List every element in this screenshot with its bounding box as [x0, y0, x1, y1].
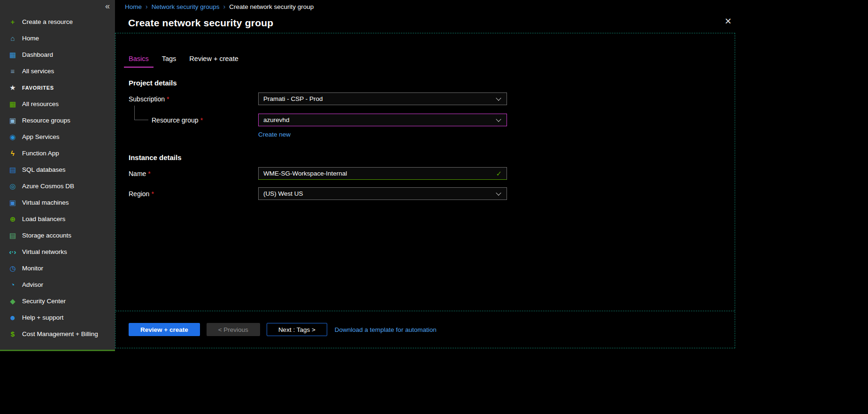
review-create-button[interactable]: Review + create: [129, 323, 200, 336]
sidebar-top-items: + Create a resource ⌂ Home ▦ Dashboard ≡…: [0, 14, 115, 79]
region-row: Region* (US) West US: [129, 187, 735, 200]
azure-cosmos-db-icon: ◎: [8, 182, 17, 191]
sidebar-item-advisor[interactable]: ◔ Advisor: [0, 276, 115, 293]
name-row: Name* WME-SG-Workspace-Internal ✓: [129, 167, 735, 180]
sidebar-item-load-balancers[interactable]: ⊕ Load balancers: [0, 211, 115, 227]
dashboard-icon: ▦: [8, 51, 17, 59]
required-marker: *: [151, 190, 154, 198]
tab-basics[interactable]: Basics: [124, 53, 154, 68]
sidebar-item-label: Cost Management + Billing: [22, 330, 98, 337]
star-icon: ★: [8, 84, 17, 92]
breadcrumb-separator-icon: ›: [146, 3, 148, 10]
sidebar-item-label: Azure Cosmos DB: [22, 183, 74, 190]
help-support-icon: ☻: [8, 314, 17, 322]
resource-group-select[interactable]: azurevhd: [258, 114, 507, 126]
sidebar-item-virtual-networks[interactable]: ‹·› Virtual networks: [0, 244, 115, 260]
subscription-label: Subscription*: [129, 95, 258, 103]
name-input[interactable]: WME-SG-Workspace-Internal ✓: [258, 167, 507, 180]
app-services-icon: ◉: [8, 133, 17, 141]
blade-header: Create network security group ×: [115, 13, 735, 33]
advisor-icon: ◔: [8, 281, 17, 289]
tab-tags[interactable]: Tags: [157, 53, 181, 68]
sidebar-item-label: All services: [22, 68, 54, 75]
sidebar-item-label: Create a resource: [22, 18, 73, 25]
page-title: Create network security group: [128, 17, 273, 29]
breadcrumb-current-page: Create network security group: [229, 3, 314, 10]
sidebar-item-monitor[interactable]: ◷ Monitor: [0, 260, 115, 276]
required-marker: *: [148, 170, 150, 177]
storage-accounts-icon: ▤: [8, 231, 17, 240]
subscription-select[interactable]: Pramati - CSP - Prod: [258, 92, 507, 105]
all-resources-icon: ▦: [8, 100, 17, 108]
chevron-down-icon: [496, 95, 501, 100]
sidebar-item-label: Load balancers: [22, 215, 65, 222]
load-balancers-icon: ⊕: [8, 215, 17, 223]
region-select[interactable]: (US) West US: [258, 187, 507, 200]
breadcrumb-network-security-groups-link[interactable]: Network security groups: [152, 3, 220, 10]
sidebar-item-all-services[interactable]: ≡ All services: [0, 63, 115, 79]
security-center-icon: ◆: [8, 297, 17, 306]
cost-management-icon: $: [8, 330, 17, 338]
name-value: WME-SG-Workspace-Internal: [263, 170, 347, 177]
required-marker: *: [167, 95, 169, 103]
azure-portal: « + Create a resource ⌂ Home ▦ Dashboard…: [0, 0, 868, 414]
sidebar-item-label: Virtual networks: [22, 248, 67, 255]
sidebar-item-cost-management-billing[interactable]: $ Cost Management + Billing: [0, 326, 115, 342]
sidebar-item-label: Home: [22, 35, 39, 42]
sidebar-item-label: App Services: [22, 133, 60, 140]
sidebar-nav: + Create a resource ⌂ Home ▦ Dashboard ≡…: [0, 0, 115, 342]
sidebar-item-app-services[interactable]: ◉ App Services: [0, 129, 115, 145]
next-tags-button[interactable]: Next : Tags >: [267, 323, 327, 336]
required-marker: *: [200, 116, 203, 124]
sidebar-item-home[interactable]: ⌂ Home: [0, 30, 115, 46]
sidebar-item-label: Function App: [22, 150, 59, 157]
blade-footer: Review + create < Previous Next : Tags >…: [115, 311, 735, 348]
virtual-machines-icon: ▣: [8, 199, 17, 207]
sidebar-item-azure-cosmos-db[interactable]: ◎ Azure Cosmos DB: [0, 178, 115, 194]
favorites-label: FAVORITES: [22, 85, 54, 91]
sidebar-item-security-center[interactable]: ◆ Security Center: [0, 293, 115, 309]
chevron-down-icon: [496, 190, 501, 195]
sidebar-item-label: All resources: [22, 100, 59, 107]
sidebar: « + Create a resource ⌂ Home ▦ Dashboard…: [0, 0, 115, 351]
sidebar-item-resource-groups[interactable]: ▣ Resource groups: [0, 112, 115, 129]
all-services-icon: ≡: [8, 67, 17, 75]
resource-group-value: azurevhd: [263, 116, 290, 123]
sidebar-collapse-button[interactable]: «: [105, 1, 110, 11]
tab-review-create[interactable]: Review + create: [184, 53, 243, 68]
subscription-value: Pramati - CSP - Prod: [263, 95, 323, 102]
sidebar-item-virtual-machines[interactable]: ▣ Virtual machines: [0, 194, 115, 211]
plus-icon: +: [8, 18, 17, 26]
sidebar-item-dashboard[interactable]: ▦ Dashboard: [0, 46, 115, 63]
sidebar-item-all-resources[interactable]: ▦ All resources: [0, 96, 115, 112]
download-template-link[interactable]: Download a template for automation: [335, 326, 437, 333]
tab-bar: Basics Tags Review + create: [124, 53, 735, 68]
indent-connector-line: [134, 106, 148, 120]
virtual-networks-icon: ‹·›: [8, 248, 17, 256]
sidebar-item-storage-accounts[interactable]: ▤ Storage accounts: [0, 227, 115, 244]
sidebar-item-label: Resource groups: [22, 117, 70, 124]
sidebar-item-label: SQL databases: [22, 166, 66, 173]
sidebar-item-label: Dashboard: [22, 51, 53, 58]
breadcrumb-home-link[interactable]: Home: [125, 3, 142, 10]
create-new-row: Create new: [258, 130, 735, 138]
function-app-icon: ϟ: [8, 149, 17, 157]
sidebar-favorites-header: ★ FAVORITES: [0, 79, 115, 96]
breadcrumb-separator-icon: ›: [223, 3, 226, 10]
resource-groups-icon: ▣: [8, 116, 17, 125]
sidebar-item-label: Monitor: [22, 265, 43, 272]
sidebar-item-function-app[interactable]: ϟ Function App: [0, 145, 115, 161]
previous-button[interactable]: < Previous: [207, 323, 260, 336]
sidebar-item-sql-databases[interactable]: ▤ SQL databases: [0, 161, 115, 178]
sidebar-item-label: Security Center: [22, 298, 66, 305]
collapse-chevrons-icon: «: [105, 1, 110, 11]
sidebar-item-label: Storage accounts: [22, 232, 71, 239]
resource-group-row: Resource group* azurevhd: [129, 114, 735, 126]
close-icon[interactable]: ×: [725, 15, 731, 27]
region-value: (US) West US: [263, 190, 303, 197]
sidebar-item-create-a-resource[interactable]: + Create a resource: [0, 14, 115, 30]
sidebar-item-help-support[interactable]: ☻ Help + support: [0, 309, 115, 326]
create-new-link[interactable]: Create new: [258, 131, 291, 138]
region-label: Region*: [129, 190, 258, 198]
instance-details-heading: Instance details: [129, 153, 735, 161]
